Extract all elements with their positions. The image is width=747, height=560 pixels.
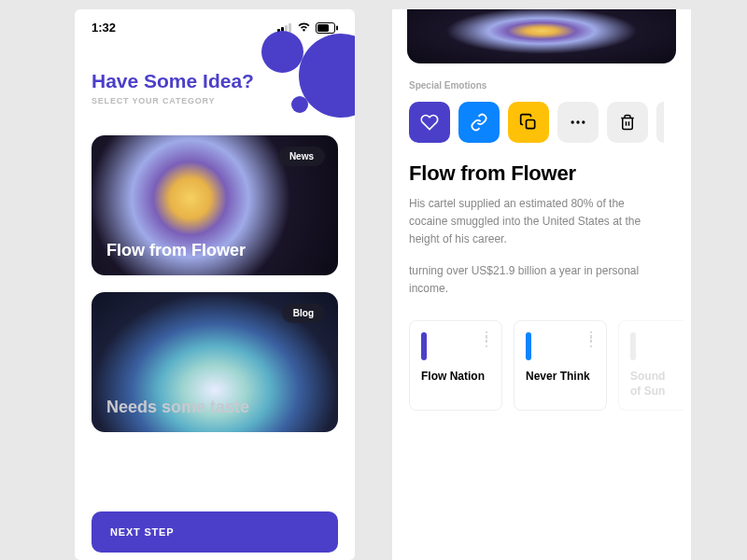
svg-rect-7 [527, 120, 535, 129]
svg-point-10 [582, 120, 585, 123]
card-badge: News [278, 147, 325, 166]
card-title: Needs some taste [106, 398, 249, 417]
mini-bar [421, 332, 427, 360]
svg-point-8 [571, 120, 574, 123]
category-card-news[interactable]: News Flow from Flower [92, 135, 338, 275]
svg-rect-5 [317, 24, 329, 32]
mini-card-never-think[interactable]: ⋮⋮ Never Think [514, 320, 607, 411]
wifi-icon [297, 22, 311, 33]
more-button[interactable] [557, 102, 599, 143]
hero-image [407, 9, 676, 63]
mini-card-flow-nation[interactable]: ⋮⋮ Flow Nation [409, 320, 502, 411]
trash-icon [619, 114, 636, 131]
mini-bar [630, 332, 636, 360]
svg-point-9 [576, 120, 579, 123]
copy-icon [519, 113, 538, 132]
detail-body: His cartel supplied an estimated 80% of … [392, 195, 691, 298]
status-time: 1:32 [92, 21, 116, 35]
mini-title: Flow Nation [421, 370, 490, 385]
battery-icon [316, 22, 338, 34]
drag-handle-icon[interactable]: ⋮⋮ [480, 334, 492, 344]
category-card-blog[interactable]: Blog Needs some taste [92, 292, 338, 432]
overflow-button-edge[interactable] [656, 102, 664, 143]
decor-circle-medium [261, 31, 303, 73]
decor-circle-small [291, 96, 308, 113]
heart-button[interactable] [409, 102, 450, 143]
mini-bar [526, 332, 531, 360]
next-step-button[interactable]: NEXT STEP [92, 511, 338, 553]
status-bar: 1:32 [75, 9, 355, 38]
link-icon [470, 113, 488, 132]
detail-paragraph: His cartel supplied an estimated 80% of … [409, 195, 652, 249]
copy-button[interactable] [508, 102, 549, 143]
more-icon [569, 113, 587, 132]
heart-icon [420, 113, 439, 132]
trash-button[interactable] [607, 102, 648, 143]
link-button[interactable] [458, 102, 500, 143]
mini-title: Never Think [526, 370, 595, 385]
action-row [392, 102, 691, 143]
detail-paragraph: turning over US$21.9 billion a year in p… [409, 262, 652, 298]
mini-card-row: ⋮⋮ Flow Nation ⋮⋮ Never Think Sound of S… [392, 311, 691, 411]
phone-mockup-left: 1:32 Have Some Idea? SELECT YOUR CATEGOR… [75, 9, 355, 560]
mini-card-sound-of-sun[interactable]: Sound of Sun [618, 320, 684, 411]
mini-title: Sound of Sun [630, 370, 672, 399]
drag-handle-icon[interactable]: ⋮⋮ [585, 334, 597, 344]
section-label: Special Emotions [392, 63, 691, 102]
phone-mockup-right: Special Emotions Flow from Flower His ca… [392, 9, 691, 560]
svg-rect-6 [336, 25, 338, 30]
card-title: Flow from Flower [106, 241, 246, 260]
detail-title: Flow from Flower [392, 143, 691, 195]
next-step-label: NEXT STEP [110, 526, 174, 538]
card-badge: Blog [282, 303, 325, 323]
